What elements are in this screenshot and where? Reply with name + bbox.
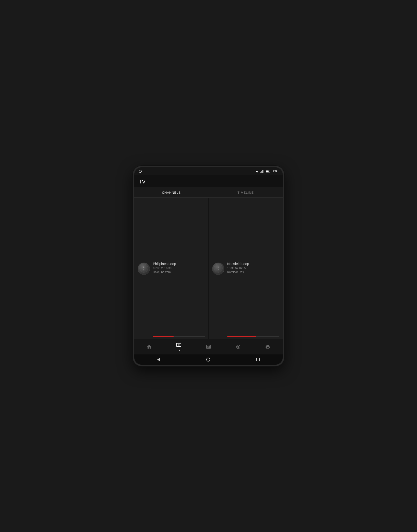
- app-header: TV: [134, 175, 283, 187]
- nav-label-tv: TV: [177, 349, 180, 351]
- nav-item-home[interactable]: [134, 344, 164, 350]
- channel-card-1[interactable]: L p Philipines Loop 16:00 to 16:30 Hokej…: [134, 198, 208, 339]
- page-title: TV: [139, 179, 146, 185]
- channel-logo-text-2: L p: [214, 264, 223, 273]
- record-icon: [236, 344, 241, 350]
- channel-time-1: 16:00 to 16:30: [153, 266, 205, 270]
- app-content: TV CHANNELS TIMELINE L p: [134, 175, 283, 339]
- channel-show-2: Komisař Rex: [227, 270, 280, 274]
- channel-logo-1: L p: [138, 263, 150, 275]
- svg-text:p: p: [218, 268, 219, 270]
- back-button[interactable]: [151, 356, 166, 363]
- android-nav: [134, 354, 283, 365]
- svg-text:L: L: [143, 266, 145, 268]
- home-button[interactable]: [200, 356, 216, 363]
- channel-logo-2: L p: [212, 263, 224, 275]
- tab-timeline[interactable]: TIMELINE: [208, 187, 283, 197]
- svg-point-10: [237, 346, 239, 348]
- notification-icon: [139, 170, 142, 173]
- channel-grid: L p Philipines Loop 16:00 to 16:30 Hokej…: [134, 198, 283, 339]
- wifi-icon: [255, 170, 259, 173]
- nav-item-record[interactable]: [223, 344, 253, 350]
- tabs-container: CHANNELS TIMELINE: [134, 187, 283, 198]
- nav-item-more[interactable]: [253, 344, 283, 350]
- channel-info-1: Philipines Loop 16:00 to 16:30 Hokej na …: [153, 262, 205, 276]
- bottom-nav: TV: [134, 339, 283, 354]
- signal-icon: [261, 170, 264, 173]
- channel-card-2[interactable]: L p Nassfeld Loop 15:30 to 16:35 Komisař…: [209, 198, 283, 339]
- status-right: 4:08: [255, 170, 278, 173]
- device-frame: 4:08 TV CHANNELS TIMELINE: [133, 166, 284, 366]
- nav-item-video[interactable]: [194, 344, 223, 350]
- svg-point-3: [140, 264, 148, 272]
- battery-icon: [266, 170, 271, 172]
- channel-time-2: 15:30 to 16:35: [227, 266, 280, 270]
- channel-info-2: Nassfeld Loop 15:30 to 16:35 Komisař Rex: [227, 262, 280, 276]
- more-icon: [265, 344, 271, 350]
- video-store-icon: [206, 344, 211, 350]
- tv-icon: [176, 342, 181, 348]
- status-bar: 4:08: [134, 167, 283, 175]
- progress-bar-2: [227, 336, 280, 337]
- recents-button[interactable]: [250, 356, 266, 363]
- nav-item-tv[interactable]: TV: [164, 342, 194, 351]
- channel-name-2: Nassfeld Loop: [227, 262, 280, 266]
- channel-show-1: Hokej na zemi: [153, 270, 205, 274]
- svg-text:L: L: [217, 266, 219, 268]
- channel-name-1: Philipines Loop: [153, 262, 205, 266]
- progress-fill-2: [227, 336, 256, 337]
- home-icon: [146, 344, 152, 350]
- progress-fill-1: [153, 336, 174, 337]
- progress-bar-1: [153, 336, 205, 337]
- time-display: 4:08: [273, 170, 278, 173]
- channel-logo-text-1: L p: [139, 264, 148, 273]
- svg-point-6: [214, 264, 222, 272]
- status-left: [139, 170, 142, 173]
- svg-text:p: p: [143, 268, 145, 270]
- tab-channels[interactable]: CHANNELS: [134, 187, 208, 197]
